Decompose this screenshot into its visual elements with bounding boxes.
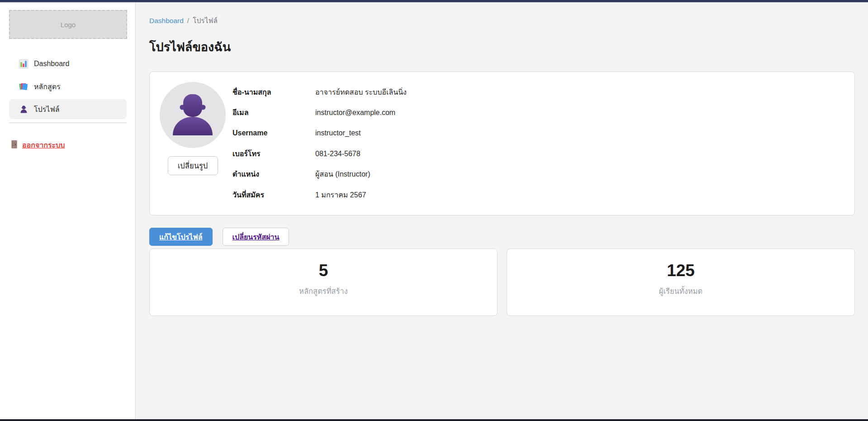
- stats-row: 5 หลักสูตรที่สร้าง 125 ผู้เรียนทั้งหมด: [149, 249, 855, 316]
- field-value: ผู้สอน (Instructor): [315, 168, 370, 180]
- app-root: Logo Dashboard: [0, 0, 868, 421]
- sidebar-item-courses[interactable]: หลักสูตร: [9, 77, 127, 96]
- stat-value: 5: [150, 261, 497, 280]
- breadcrumb-separator: /: [187, 17, 189, 25]
- stat-value: 125: [507, 261, 854, 280]
- field-value: instructor_test: [315, 129, 360, 137]
- bottom-accent-bar: [0, 419, 868, 421]
- field-label: วันที่สมัคร: [232, 189, 315, 201]
- field-value: 081-234-5678: [315, 150, 360, 158]
- field-label: อีเมล: [232, 107, 315, 118]
- sidebar-divider: [9, 123, 127, 123]
- breadcrumb-current: โปรไฟล์: [193, 15, 218, 26]
- avatar: [160, 82, 226, 148]
- sidebar: Logo Dashboard: [0, 2, 136, 419]
- bar-chart-icon: [19, 59, 28, 68]
- stat-card-courses-created: 5 หลักสูตรที่สร้าง: [149, 249, 498, 316]
- sidebar-nav: Dashboard หลักสูตร: [0, 54, 135, 119]
- profile-field-row: ตำแหน่ง ผู้สอน (Instructor): [232, 164, 844, 184]
- logout-link[interactable]: ออกจากระบบ: [11, 139, 135, 151]
- logo-text: Logo: [61, 21, 76, 29]
- logout-label: ออกจากระบบ: [22, 139, 65, 151]
- sidebar-item-label: หลักสูตร: [34, 81, 61, 92]
- change-photo-button[interactable]: เปลี่ยนรูป: [168, 156, 218, 175]
- logo-placeholder: Logo: [9, 10, 127, 39]
- profile-fields: ชื่อ-นามสกุล อาจารย์ทดสอบ ระบบอีเลินนิ่ง…: [232, 82, 844, 205]
- field-label: Username: [232, 129, 315, 137]
- field-label: ตำแหน่ง: [232, 168, 315, 180]
- breadcrumb: Dashboard / โปรไฟล์: [149, 2, 855, 26]
- page-title: โปรไฟล์ของฉัน: [149, 37, 855, 57]
- profile-field-row: อีเมล instructor@example.com: [232, 102, 844, 123]
- stat-label: หลักสูตรที่สร้าง: [150, 285, 497, 297]
- profile-field-row: เบอร์โทร 081-234-5678: [232, 144, 844, 164]
- profile-field-row: วันที่สมัคร 1 มกราคม 2567: [232, 185, 844, 205]
- stat-card-total-learners: 125 ผู้เรียนทั้งหมด: [507, 249, 855, 316]
- person-icon: [19, 105, 28, 114]
- breadcrumb-dashboard-link[interactable]: Dashboard: [149, 17, 184, 25]
- main-content: Dashboard / โปรไฟล์ โปรไฟล์ของฉัน: [136, 2, 868, 419]
- change-password-button[interactable]: เปลี่ยนรหัสผ่าน: [223, 228, 289, 246]
- door-icon: [11, 140, 18, 150]
- profile-actions: แก้ไขโปรไฟล์ เปลี่ยนรหัสผ่าน: [149, 228, 855, 246]
- edit-profile-button[interactable]: แก้ไขโปรไฟล์: [149, 228, 213, 246]
- books-icon: [19, 82, 28, 91]
- field-label: ชื่อ-นามสกุล: [232, 86, 315, 98]
- field-value: 1 มกราคม 2567: [315, 189, 366, 201]
- field-value: อาจารย์ทดสอบ ระบบอีเลินนิ่ง: [315, 86, 407, 98]
- sidebar-item-label: Dashboard: [34, 60, 69, 68]
- avatar-column: เปลี่ยนรูป: [160, 82, 226, 205]
- sidebar-item-label: โปรไฟล์: [34, 104, 60, 115]
- stat-label: ผู้เรียนทั้งหมด: [507, 285, 854, 297]
- profile-field-row: ชื่อ-นามสกุล อาจารย์ทดสอบ ระบบอีเลินนิ่ง: [232, 82, 844, 102]
- field-value: instructor@example.com: [315, 109, 395, 117]
- field-label: เบอร์โทร: [232, 148, 315, 159]
- sidebar-item-dashboard[interactable]: Dashboard: [9, 54, 127, 74]
- profile-field-row: Username instructor_test: [232, 123, 844, 144]
- sidebar-item-profile[interactable]: โปรไฟล์: [9, 99, 127, 119]
- profile-card: เปลี่ยนรูป ชื่อ-นามสกุล อาจารย์ทดสอบ ระบ…: [149, 72, 855, 215]
